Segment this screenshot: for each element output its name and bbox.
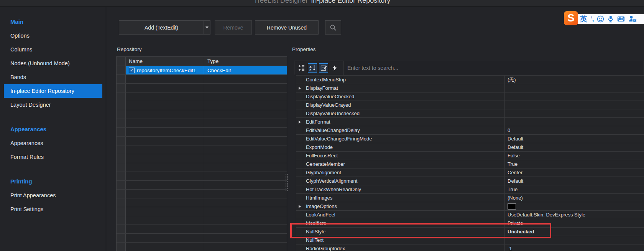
property-value[interactable]: 0 — [505, 126, 644, 134]
search-button[interactable] — [325, 20, 341, 35]
row-indicator — [117, 128, 126, 136]
property-row-editvaluechangeddelay[interactable]: EditValueChangedDelay0 — [296, 126, 644, 135]
property-row-generatemember[interactable]: GenerateMemberTrue — [296, 160, 644, 168]
sidebar-item-columns[interactable]: Columns — [0, 43, 106, 56]
treelist-designer-window: TreeList DesignerIn-place Editor Reposit… — [0, 0, 644, 251]
row-indicator — [117, 154, 126, 163]
expand-arrow-icon[interactable] — [299, 205, 301, 208]
property-row-displayvaluechecked[interactable]: DisplayValueChecked — [296, 92, 644, 101]
remove-button[interactable]: Remove — [215, 20, 252, 35]
property-row-imageoptions[interactable]: ImageOptions — [296, 202, 644, 211]
property-value[interactable]: True — [505, 160, 644, 168]
property-value[interactable] — [505, 109, 644, 117]
sidebar-item-format-rules[interactable]: Format Rules — [0, 150, 106, 164]
property-value[interactable]: True — [505, 185, 644, 193]
categorized-view-icon[interactable] — [297, 63, 306, 73]
expand-gutter — [296, 168, 303, 177]
property-row-nulltext[interactable]: NullText — [296, 236, 644, 244]
expand-gutter — [296, 76, 303, 84]
property-name: DisplayValueGrayed — [303, 101, 505, 109]
sidebar-item-print-settings[interactable]: Print Settings — [0, 202, 106, 216]
property-row-editvaluechangedfiringmode[interactable]: EditValueChangedFiringModeDefault — [296, 135, 644, 143]
property-row-editformat[interactable]: EditFormat — [296, 118, 644, 126]
property-value[interactable]: UseDefault;Skin: DevExpress Style — [505, 211, 644, 219]
property-row-radiogroupindex[interactable]: RadioGroupIndex-1 — [296, 244, 644, 251]
property-value[interactable]: Default — [505, 135, 644, 143]
expand-gutter — [296, 84, 303, 92]
expand-gutter — [296, 160, 303, 168]
repository-empty-row — [117, 243, 287, 251]
expand-arrow-icon[interactable] — [299, 121, 301, 124]
property-value[interactable] — [505, 118, 644, 126]
repository-row-repositoryitemcheckedit1[interactable]: ✓repositoryItemCheckEdit1CheckEdit — [117, 66, 287, 75]
property-value[interactable]: (None) — [505, 194, 644, 202]
property-value[interactable]: Default — [505, 177, 644, 185]
property-name: DisplayValueChecked — [303, 92, 505, 101]
property-value[interactable]: Private — [505, 219, 644, 227]
sidebar-item-in-place-editor-repository[interactable]: In-place Editor Repository — [4, 84, 102, 98]
sidebar-item-bands[interactable]: Bands — [0, 70, 106, 84]
row-indicator — [117, 216, 126, 225]
property-value[interactable]: Unchecked — [505, 228, 644, 236]
property-row-htmlimages[interactable]: HtmlImages(None) — [296, 194, 644, 202]
property-row-glyphverticalalignment[interactable]: GlyphVerticalAlignmentDefault — [296, 177, 644, 185]
column-header-name[interactable]: Name — [126, 57, 204, 66]
property-row-nullstyle[interactable]: NullStyleUnchecked — [296, 228, 644, 236]
property-value[interactable] — [505, 236, 644, 244]
row-indicator — [117, 172, 126, 180]
ime-toolbox-button[interactable]: 2E — [628, 15, 637, 23]
property-row-fullfocusrect[interactable]: FullFocusRectFalse — [296, 152, 644, 160]
ime-logo[interactable]: S — [564, 11, 578, 25]
ime-voice-button[interactable] — [608, 15, 614, 23]
expand-gutter — [296, 143, 303, 151]
column-header-type[interactable]: Type — [204, 57, 287, 66]
sidebar-item-appearances[interactable]: Appearances — [0, 136, 106, 150]
sidebar-item-options[interactable]: Options — [0, 29, 106, 43]
splitter-grip[interactable] — [285, 173, 288, 191]
add-textedit-button[interactable]: Add (TextEdit) — [119, 20, 204, 35]
property-pages-icon[interactable] — [319, 63, 328, 73]
property-row-displayformat[interactable]: DisplayFormat — [296, 84, 644, 92]
sidebar-item-nodes-unbound-mode[interactable]: Nodes (Unbound Mode) — [0, 56, 106, 70]
sidebar-item-layout-designer[interactable]: Layout Designer — [0, 98, 106, 112]
window-title-app: TreeList Designer — [254, 0, 308, 4]
ime-keyboard-button[interactable] — [617, 16, 625, 22]
property-row-displayvalueunchecked[interactable]: DisplayValueUnchecked — [296, 109, 644, 118]
repository-empty-row — [117, 216, 287, 225]
repository-row-type-cell: CheckEdit — [204, 66, 287, 74]
property-value[interactable] — [505, 101, 644, 109]
property-row-exportmode[interactable]: ExportModeDefault — [296, 143, 644, 152]
property-value[interactable] — [505, 84, 644, 92]
property-row-hottrackwhenreadonly[interactable]: HotTrackWhenReadOnlyTrue — [296, 185, 644, 194]
ime-punctuation-button[interactable]: ’, — [591, 15, 593, 23]
expand-gutter — [296, 244, 303, 251]
property-value[interactable] — [505, 202, 644, 210]
property-row-lookandfeel[interactable]: LookAndFeelUseDefault;Skin: DevExpress S… — [296, 211, 644, 219]
row-indicator — [117, 207, 126, 216]
property-row-modifiers[interactable]: ModifiersPrivate — [296, 219, 644, 228]
property-row-contextmenustrip[interactable]: ContextMenuStrip(无) — [296, 76, 644, 84]
property-value[interactable] — [505, 92, 644, 101]
property-value[interactable]: -1 — [505, 244, 644, 251]
repository-table-header: Name Type — [117, 57, 287, 66]
property-row-glyphalignment[interactable]: GlyphAlignmentCenter — [296, 168, 644, 177]
alphabetical-sort-icon[interactable]: A Z — [308, 63, 317, 73]
repository-empty-row — [117, 198, 287, 207]
property-value[interactable]: Center — [505, 168, 644, 177]
expand-gutter — [296, 92, 303, 101]
property-name: Modifiers — [303, 219, 505, 227]
repository-empty-row — [117, 128, 287, 137]
property-row-displayvaluegrayed[interactable]: DisplayValueGrayed — [296, 101, 644, 109]
property-value[interactable]: (无) — [505, 76, 644, 84]
property-value[interactable]: Default — [505, 143, 644, 151]
ime-emoji-button[interactable] — [597, 15, 604, 23]
ime-language-mode-button[interactable]: 英 — [580, 14, 587, 24]
property-value[interactable]: False — [505, 152, 644, 160]
page-title: In-place Editor Repository — [311, 0, 390, 4]
events-lightning-icon[interactable] — [330, 63, 339, 73]
add-dropdown-button[interactable] — [204, 20, 210, 35]
sidebar-item-print-appearances[interactable]: Print Appearances — [0, 188, 106, 202]
expand-arrow-icon[interactable] — [299, 87, 301, 90]
properties-search-input[interactable] — [343, 61, 644, 75]
remove-unused-button[interactable]: Remove Unused — [255, 20, 319, 35]
